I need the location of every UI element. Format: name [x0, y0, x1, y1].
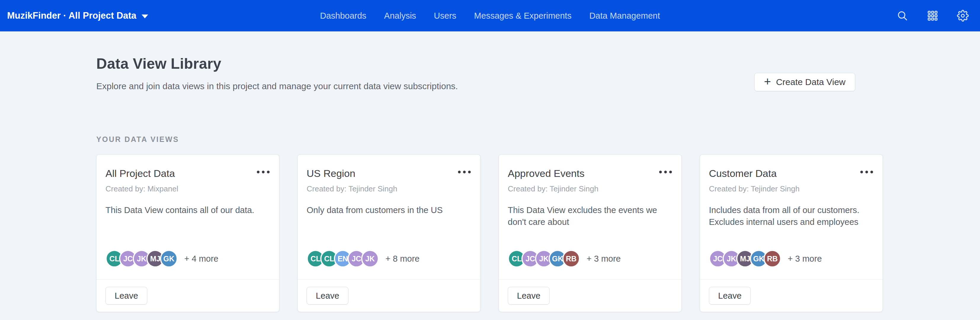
card-description: Only data from customers in the US [307, 204, 471, 216]
project-switcher[interactable]: MuzikFinder · All Project Data [7, 10, 148, 21]
card-footer: Leave [298, 279, 480, 312]
dot-icon [458, 171, 461, 174]
data-view-cards: All Project Data Created by: Mixpanel Th… [96, 154, 883, 312]
card-options-button[interactable] [659, 168, 673, 176]
data-view-card-approved-events: Approved Events Created by: Tejinder Sin… [499, 154, 682, 312]
dot-icon [262, 171, 264, 174]
create-data-view-label: Create Data View [776, 77, 845, 87]
dot-icon [257, 171, 259, 174]
page-subtitle: Explore and join data views in this proj… [96, 81, 458, 91]
plus-icon: + [764, 76, 771, 88]
avatar-row: CL CL EN JC JK + 8 more [307, 250, 471, 267]
dot-icon [659, 171, 662, 174]
card-options-button[interactable] [256, 168, 270, 176]
card-title: All Project Data [105, 168, 175, 179]
page-content: Data View Library Explore and join data … [0, 32, 883, 312]
card-title: Approved Events [508, 168, 584, 179]
card-created-by: Created by: Mixpanel [105, 184, 270, 193]
dot-icon [664, 171, 667, 174]
avatar: RB [562, 250, 580, 267]
avatar: RB [764, 250, 781, 267]
page-header: Data View Library Explore and join data … [96, 55, 883, 91]
nav-messages-experiments[interactable]: Messages & Experiments [474, 11, 571, 21]
card-description: This Data View excludes the events we do… [508, 204, 673, 228]
leave-button[interactable]: Leave [105, 287, 147, 305]
avatar-row: CL JC JK GK RB + 3 more [508, 250, 673, 267]
nav-analysis[interactable]: Analysis [384, 11, 416, 21]
card-created-by: Created by: Tejinder Singh [307, 184, 471, 193]
avatar: GK [160, 250, 178, 267]
more-members-label: + 4 more [184, 254, 218, 264]
avatar-row: CL JC JK MJ GK + 4 more [105, 250, 270, 267]
more-members-label: + 3 more [788, 254, 822, 264]
data-view-card-customer-data: Customer Data Created by: Tejinder Singh… [700, 154, 883, 312]
card-options-button[interactable] [860, 168, 873, 176]
page-title: Data View Library [96, 55, 458, 72]
card-description: Includes data from all of our customers.… [709, 204, 873, 228]
card-created-by: Created by: Tejinder Singh [709, 184, 873, 193]
more-members-label: + 8 more [385, 254, 420, 264]
chevron-down-icon [142, 14, 148, 18]
dot-icon [468, 171, 471, 174]
more-members-label: + 3 more [587, 254, 620, 264]
leave-button[interactable]: Leave [307, 287, 348, 305]
section-label-your-data-views: YOUR DATA VIEWS [96, 135, 883, 144]
apps-grid-icon[interactable] [927, 10, 939, 22]
main-nav: Dashboards Analysis Users Messages & Exp… [320, 11, 660, 21]
card-title: Customer Data [709, 168, 777, 179]
card-description: This Data View contains all of our data. [105, 204, 270, 216]
leave-button[interactable]: Leave [508, 287, 550, 305]
card-footer: Leave [499, 279, 681, 312]
search-icon[interactable] [896, 10, 908, 22]
avatar: JK [361, 250, 379, 267]
leave-button[interactable]: Leave [709, 287, 751, 305]
topbar-actions [896, 10, 969, 22]
card-created-by: Created by: Tejinder Singh [508, 184, 673, 193]
card-options-button[interactable] [457, 168, 471, 176]
nav-dashboards[interactable]: Dashboards [320, 11, 366, 21]
card-title: US Region [307, 168, 355, 179]
settings-gear-icon[interactable] [957, 10, 969, 22]
data-view-card-all-project-data: All Project Data Created by: Mixpanel Th… [96, 154, 279, 312]
card-footer: Leave [700, 279, 883, 312]
top-nav-bar: MuzikFinder · All Project Data Dashboard… [0, 0, 980, 32]
dot-icon [669, 171, 672, 174]
dot-icon [860, 171, 863, 174]
nav-data-management[interactable]: Data Management [589, 11, 660, 21]
create-data-view-button[interactable]: + Create Data View [754, 73, 855, 91]
data-view-card-us-region: US Region Created by: Tejinder Singh Onl… [298, 154, 480, 312]
dot-icon [267, 171, 270, 174]
avatar-row: JC JK MJ GK RB + 3 more [709, 250, 873, 267]
nav-users[interactable]: Users [434, 11, 457, 21]
dot-icon [870, 171, 873, 174]
card-footer: Leave [97, 279, 279, 312]
dot-icon [463, 171, 466, 174]
project-switcher-label: MuzikFinder · All Project Data [7, 10, 136, 21]
dot-icon [865, 171, 868, 174]
